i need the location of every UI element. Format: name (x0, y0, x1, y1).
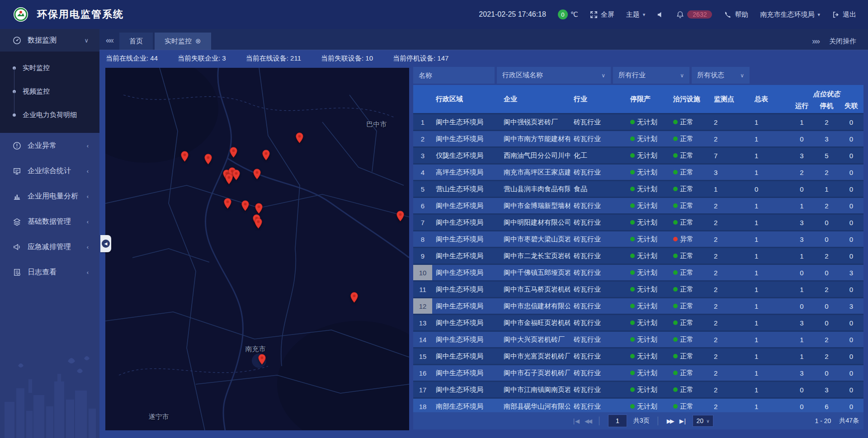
col-header-company: 企业 (500, 85, 570, 113)
sidebar-item-label: 基础数据管理 (28, 217, 71, 226)
table-row[interactable]: 8阆中生态环境局阆中市枣碧大梁山页岩砖瓦行业无计划异常21300 (413, 231, 863, 248)
cell-treatment-label: 正常 (680, 185, 693, 193)
sidebar-item-应急减排管理[interactable]: 应急减排管理‹ (0, 234, 99, 259)
status-dot-icon (673, 387, 678, 392)
gauge-icon (13, 36, 21, 45)
map-pin[interactable] (224, 198, 231, 209)
map-pin[interactable] (225, 174, 233, 184)
cell-company: 阆中千佛镇五郎垭页岩 (500, 265, 570, 280)
row-index: 8 (413, 231, 432, 247)
map-pin[interactable] (232, 170, 240, 180)
cell-run: 1 (789, 248, 814, 264)
map-pin[interactable] (181, 151, 189, 162)
theme-dropdown[interactable]: 主题▾ (626, 10, 646, 19)
map-panel[interactable]: 巴中市南充市遂宁市 (105, 68, 409, 430)
map-pin[interactable] (255, 203, 263, 214)
sidebar-item-label: 应急减排管理 (28, 242, 71, 252)
table-row[interactable]: 2阆中生态环境局阆中市南方节能建材有砖瓦行业无计划正常21030 (413, 131, 863, 148)
industry-filter-select[interactable]: 所有行业∨ (613, 67, 689, 84)
cell-treatment: 正常 (670, 332, 710, 347)
cell-run: 1 (789, 349, 814, 364)
sidebar-item-日志查看[interactable]: 日志查看‹ (0, 259, 99, 285)
logout-button[interactable]: 退出 (832, 10, 856, 19)
map-pin[interactable] (255, 218, 262, 229)
sidebar-item-企业异常[interactable]: 企业异常‹ (0, 133, 99, 158)
cell-region: 南部生态环境局 (432, 399, 500, 412)
sidebar-collapse-handle[interactable]: ◀ (100, 235, 111, 252)
cell-stop: 2 (814, 332, 839, 347)
cell-run: 0 (789, 181, 814, 197)
cell-points: 3 (710, 165, 751, 180)
tab-首页[interactable]: 首页 (119, 33, 153, 50)
tab-实时监控[interactable]: 实时监控⊗ (155, 33, 211, 50)
submenu-item-视频监控[interactable]: 视频监控 (0, 80, 99, 103)
col-header-lost: 失联 (839, 99, 863, 113)
table-row[interactable]: 18南部生态环境局南部县砚华山河有限公砖瓦行业无计划正常21060 (413, 399, 863, 412)
submenu-item-实时监控[interactable]: 实时监控 (0, 56, 99, 80)
table-row[interactable]: 14阆中生态环境局阆中大兴页岩机砖厂砖瓦行业无计划正常21120 (413, 332, 863, 349)
map-pin[interactable] (262, 150, 270, 160)
status-dot-icon (673, 237, 678, 241)
cell-company: 阆中市石子页岩机砖厂 (500, 365, 570, 381)
table-row[interactable]: 12阆中生态环境局阆中市忠信建材有限公砖瓦行业无计划正常21003 (413, 298, 863, 315)
next-page-button[interactable]: ▶▶ (667, 418, 673, 424)
name-filter-input[interactable] (413, 67, 495, 84)
sidebar-item-企业用电量分析[interactable]: 企业用电量分析‹ (0, 184, 99, 209)
table-row[interactable]: 3仪陇生态环境局西南油气田分公司川中化工无计划正常71350 (413, 148, 863, 165)
cell-lost: 3 (839, 298, 863, 314)
org-dropdown[interactable]: 南充市生态环境局▾ (760, 10, 820, 19)
row-index: 15 (413, 349, 432, 364)
tabs-scroll-left-button[interactable]: «« (106, 36, 113, 45)
map-pin[interactable] (253, 169, 261, 179)
sidebar-item-数据监测[interactable]: 数据监测∨ (0, 29, 99, 52)
notifications-button[interactable]: 2632 (676, 10, 712, 19)
chevron-left-icon: ‹ (87, 168, 89, 174)
cell-limit: 无计划 (627, 365, 670, 381)
cell-treatment: 正常 (670, 265, 710, 280)
fullscreen-button[interactable]: 全屏 (590, 10, 614, 19)
mute-button[interactable] (657, 11, 665, 19)
first-page-button[interactable]: ❘◀ (571, 418, 578, 424)
cell-meter: 1 (751, 349, 789, 364)
cell-stop: 2 (814, 282, 839, 297)
table-row[interactable]: 15阆中生态环境局阆中市光富页岩机砖厂砖瓦行业无计划正常21120 (413, 349, 863, 365)
map-pin[interactable] (396, 211, 404, 221)
map-pin[interactable] (204, 154, 212, 165)
sidebar-item-企业综合统计[interactable]: 企业综合统计‹ (0, 158, 99, 184)
cell-limit: 无计划 (627, 298, 670, 314)
table-row[interactable]: 4高坪生态环境局南充市高坪区王家店建砖瓦行业无计划正常31220 (413, 165, 863, 181)
help-button[interactable]: 帮助 (724, 10, 748, 19)
last-page-button[interactable]: ▶❘ (679, 418, 686, 424)
table-row[interactable]: 17阆中生态环境局阆中市江南镇阆南页岩砖瓦行业无计划正常21030 (413, 382, 863, 399)
map-pin[interactable] (350, 292, 358, 303)
region-filter-select[interactable]: 行政区域名称∨ (497, 67, 611, 84)
submenu-item-企业电力负荷明细[interactable]: 企业电力负荷明细 (0, 103, 99, 127)
map-pin[interactable] (241, 200, 249, 211)
close-operations-button[interactable]: 关闭操作 (829, 37, 856, 46)
cell-treatment-label: 正常 (680, 335, 693, 344)
table-row[interactable]: 6阆中生态环境局阆中市金博瑞新型墙材砖瓦行业无计划正常21120 (413, 198, 863, 215)
cell-industry: 砖瓦行业 (570, 114, 627, 130)
table-row[interactable]: 16阆中生态环境局阆中市石子页岩机砖厂砖瓦行业无计划正常21300 (413, 365, 863, 382)
page-number-input[interactable] (608, 414, 627, 427)
cell-stop: 3 (814, 382, 839, 397)
table-row[interactable]: 10阆中生态环境局阆中千佛镇五郎垭页岩砖瓦行业无计划正常21003 (413, 265, 863, 282)
table-row[interactable]: 13阆中生态环境局阆中市金福旺页岩机砖砖瓦行业无计划正常21300 (413, 315, 863, 332)
close-icon[interactable]: ⊗ (195, 37, 201, 45)
page-size-select[interactable]: 20∨ (693, 415, 714, 427)
cell-treatment: 正常 (670, 298, 710, 314)
map-pin[interactable] (296, 132, 303, 143)
table-row[interactable]: 1阆中生态环境局阆中强锐页岩砖厂砖瓦行业无计划正常21120 (413, 114, 863, 131)
map-pin[interactable] (258, 354, 266, 365)
table-row[interactable]: 7阆中生态环境局阆中明阳建材有限公司砖瓦行业无计划正常21300 (413, 215, 863, 231)
sidebar-item-基础数据管理[interactable]: 基础数据管理‹ (0, 209, 99, 234)
table-row[interactable]: 9阆中生态环境局阆中市二龙长宝页岩砖砖瓦行业无计划正常21120 (413, 248, 863, 265)
table-row[interactable]: 5营山生态环境局营山县润丰肉食品有限食品无计划正常10010 (413, 181, 863, 198)
status-filter-select[interactable]: 所有状态∨ (692, 67, 750, 84)
cell-limit-label: 无计划 (637, 369, 657, 377)
cell-company: 阆中市五马桥页岩机砖 (500, 282, 570, 297)
prev-page-button[interactable]: ◀◀ (585, 418, 591, 424)
map-pin[interactable] (230, 147, 237, 158)
table-row[interactable]: 11阆中生态环境局阆中市五马桥页岩机砖砖瓦行业无计划正常21120 (413, 282, 863, 298)
tabs-scroll-right-button[interactable]: »» (812, 37, 819, 46)
